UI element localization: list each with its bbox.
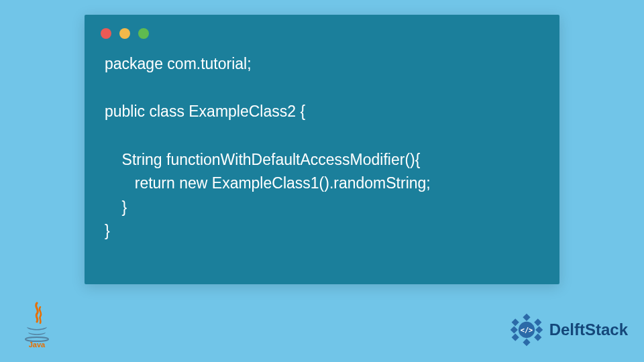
java-label: Java <box>29 341 46 349</box>
delftstack-icon: </> <box>508 311 545 349</box>
code-block: package com.tutorial; public class Examp… <box>105 52 546 243</box>
delftstack-label: DelftStack <box>549 320 628 339</box>
java-logo-icon: Java <box>20 302 54 349</box>
svg-text:</>: </> <box>520 326 533 334</box>
delftstack-logo: </> DelftStack <box>508 311 628 349</box>
minimize-icon[interactable] <box>119 28 130 39</box>
window-controls <box>101 28 149 39</box>
code-window: package com.tutorial; public class Examp… <box>85 15 559 284</box>
maximize-icon[interactable] <box>138 28 149 39</box>
close-icon[interactable] <box>101 28 111 39</box>
